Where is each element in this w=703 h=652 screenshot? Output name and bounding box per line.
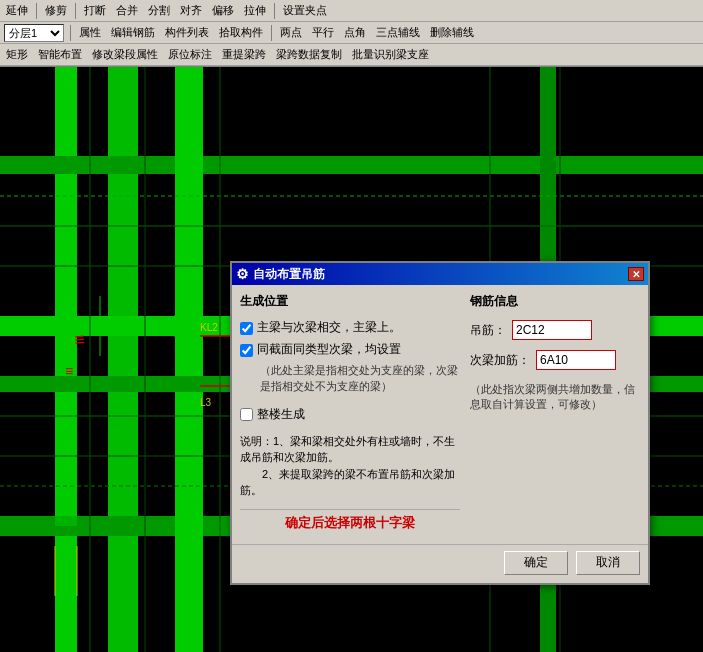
cad-canvas: ≡ ≡ KL2 L3 RIt ⚙ 自动布置吊筋 ✕ xyxy=(0,66,703,652)
toolbar-copy-beam-data[interactable]: 梁跨数据复制 xyxy=(272,45,346,64)
checkbox-whole-floor[interactable] xyxy=(240,408,253,421)
toolbar-smart-place[interactable]: 智能布置 xyxy=(34,45,86,64)
toolbar-parallel[interactable]: 平行 xyxy=(308,23,338,42)
checkbox-same-section[interactable] xyxy=(240,344,253,357)
dialog-left-panel: 生成位置 主梁与次梁相交，主梁上。 同截面同类型次梁，均设置 （此处主梁是指相交… xyxy=(240,293,460,536)
svg-rect-2 xyxy=(108,66,138,652)
dialog-right-panel: 钢筋信息 吊筋： 次梁加筋： （此处指次梁两侧共增加数量，信息取自计算设置，可修… xyxy=(470,293,640,536)
toolbar-row-1: 延伸 修剪 打断 合并 分割 对齐 偏移 拉伸 设置夹点 xyxy=(0,0,703,22)
toolbar-align[interactable]: 对齐 xyxy=(176,1,206,20)
toolbar-del-aux[interactable]: 删除辅线 xyxy=(426,23,478,42)
ok-button[interactable]: 确定 xyxy=(504,551,568,575)
cancel-button[interactable]: 取消 xyxy=(576,551,640,575)
svg-rect-5 xyxy=(175,66,203,652)
checkbox-row-3: 整楼生成 xyxy=(240,406,460,423)
toolbar-on-site-mark[interactable]: 原位标注 xyxy=(164,45,216,64)
toolbar-two-point[interactable]: 两点 xyxy=(276,23,306,42)
secondary-rebar-row: 次梁加筋： xyxy=(470,350,640,370)
rebar-note-text: （此处指次梁两侧共增加数量，信息取自计算设置，可修改） xyxy=(470,382,640,413)
hanging-rebar-row: 吊筋： xyxy=(470,320,640,340)
note-text-1: （此处主梁是指相交处为支座的梁，次梁是指相交处不为支座的梁） xyxy=(240,361,460,396)
left-section-title: 生成位置 xyxy=(240,293,460,310)
hanging-rebar-label: 吊筋： xyxy=(470,322,506,339)
toolbar-re-beam-span[interactable]: 重提梁跨 xyxy=(218,45,270,64)
toolbar-rect[interactable]: 矩形 xyxy=(2,45,32,64)
svg-rect-3 xyxy=(0,156,703,174)
checkbox-whole-floor-label: 整楼生成 xyxy=(257,406,305,423)
secondary-rebar-label: 次梁加筋： xyxy=(470,352,530,369)
description-text: 说明：1、梁和梁相交处外有柱或墙时，不生成吊筋和次梁加筋。 2、来提取梁跨的梁不… xyxy=(240,433,460,499)
checkbox-row-1: 主梁与次梁相交，主梁上。 xyxy=(240,320,460,336)
checkbox-row-2: 同截面同类型次梁，均设置 xyxy=(240,342,460,358)
svg-text:RIt: RIt xyxy=(323,125,347,145)
toolbar-break[interactable]: 打断 xyxy=(80,1,110,20)
toolbar-row-2: 分层1 属性 编辑钢筋 构件列表 拾取构件 两点 平行 点角 三点辅线 删除辅线 xyxy=(0,22,703,44)
toolbar-props[interactable]: 属性 xyxy=(75,23,105,42)
toolbar-split[interactable]: 分割 xyxy=(144,1,174,20)
toolbar-merge[interactable]: 合并 xyxy=(112,1,142,20)
hanging-rebar-input[interactable] xyxy=(512,320,592,340)
dialog-close-button[interactable]: ✕ xyxy=(628,267,644,281)
toolbar-trim[interactable]: 修剪 xyxy=(41,1,71,20)
toolbar-pick-component[interactable]: 拾取构件 xyxy=(215,23,267,42)
description-line2: 2、来提取梁跨的梁不布置吊筋和次梁加筋。 xyxy=(240,468,455,497)
checkbox-same-section-label: 同截面同类型次梁，均设置 xyxy=(257,342,401,358)
svg-rect-32 xyxy=(55,496,77,526)
toolbar-area: 延伸 修剪 打断 合并 分割 对齐 偏移 拉伸 设置夹点 分层1 属性 编辑钢筋… xyxy=(0,0,703,67)
description-line1: 说明：1、梁和梁相交处外有柱或墙时，不生成吊筋和次梁加筋。 xyxy=(240,435,455,464)
dialog-body: 生成位置 主梁与次梁相交，主梁上。 同截面同类型次梁，均设置 （此处主梁是指相交… xyxy=(232,285,648,544)
confirm-text: 确定后选择两根十字梁 xyxy=(240,509,460,536)
svg-point-27 xyxy=(179,320,191,332)
dialog-icon: ⚙ xyxy=(236,266,249,282)
toolbar-edit-rebar[interactable]: 编辑钢筋 xyxy=(107,23,159,42)
right-section-title: 钢筋信息 xyxy=(470,293,640,310)
toolbar-three-point[interactable]: 三点辅线 xyxy=(372,23,424,42)
checkbox-main-beam-label: 主梁与次梁相交，主梁上。 xyxy=(257,320,401,336)
toolbar-batch-id-beam[interactable]: 批量识别梁支座 xyxy=(348,45,433,64)
svg-text:L3: L3 xyxy=(200,397,212,408)
secondary-rebar-input[interactable] xyxy=(536,350,616,370)
toolbar-extend[interactable]: 延伸 xyxy=(2,1,32,20)
layer-selector: 分层1 xyxy=(2,22,66,44)
dialog-auto-hanger: ⚙ 自动布置吊筋 ✕ 生成位置 主梁与次梁相交，主梁上。 同截面同类型次梁，均设… xyxy=(230,261,650,585)
svg-rect-1 xyxy=(55,66,77,652)
toolbar-stretch[interactable]: 拉伸 xyxy=(240,1,270,20)
svg-text:KL2: KL2 xyxy=(200,322,218,333)
toolbar-row-3: 矩形 智能布置 修改梁段属性 原位标注 重提梁跨 梁跨数据复制 批量识别梁支座 xyxy=(0,44,703,66)
dialog-footer: 确定 取消 xyxy=(232,544,648,583)
layer-dropdown[interactable]: 分层1 xyxy=(4,24,64,42)
toolbar-angle[interactable]: 点角 xyxy=(340,23,370,42)
dialog-titlebar: ⚙ 自动布置吊筋 ✕ xyxy=(232,263,648,285)
dialog-title-text: 自动布置吊筋 xyxy=(253,266,325,283)
dialog-title-area: ⚙ 自动布置吊筋 xyxy=(236,266,325,283)
toolbar-component-list[interactable]: 构件列表 xyxy=(161,23,213,42)
toolbar-set-grip[interactable]: 设置夹点 xyxy=(279,1,331,20)
svg-text:≡: ≡ xyxy=(65,363,73,379)
svg-text:≡: ≡ xyxy=(74,329,86,350)
toolbar-modify-beam[interactable]: 修改梁段属性 xyxy=(88,45,162,64)
checkbox-main-beam[interactable] xyxy=(240,322,253,335)
toolbar-offset[interactable]: 偏移 xyxy=(208,1,238,20)
